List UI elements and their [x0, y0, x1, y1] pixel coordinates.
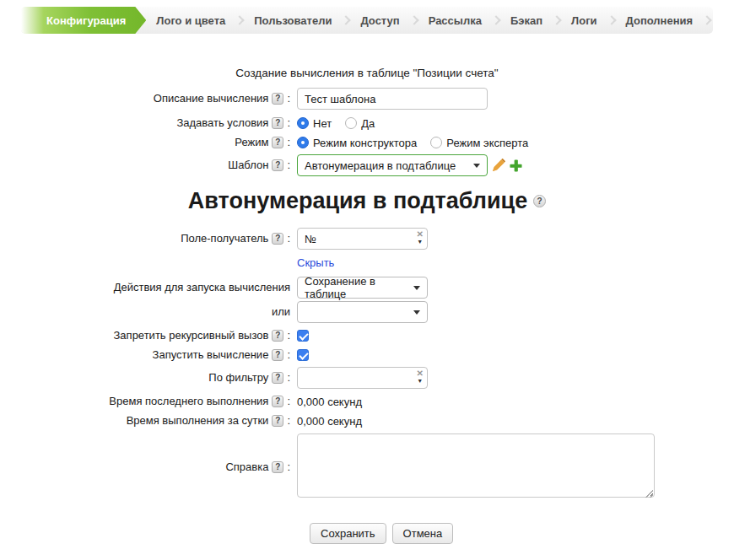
forbid-recursive-label-row: Запретить рекурсивный вызов ?: [0, 329, 297, 342]
target-field-label-row: Поле-получатель ?: [0, 232, 297, 245]
mode-expert-label: Режим эксперта [446, 137, 528, 149]
help-icon[interactable]: ? [272, 159, 283, 171]
help-icon[interactable]: ? [272, 349, 283, 361]
chevron-right-icon [702, 15, 711, 24]
template-select[interactable]: Автонумерация в подтаблице [297, 154, 488, 176]
tab-access[interactable]: Доступ [350, 7, 409, 34]
actions-label-row: Действия для запуска вычисления [0, 281, 297, 294]
description-label-row: Описание вычисления ?: [0, 92, 297, 105]
help-icon[interactable]: ? [272, 117, 283, 129]
tab-users[interactable]: Пользователи [244, 7, 342, 34]
help-textarea[interactable] [297, 433, 655, 498]
help-icon[interactable]: ? [272, 137, 283, 148]
help-icon[interactable]: ? [272, 233, 283, 245]
conditions-no-label: Нет [313, 117, 332, 130]
conditions-no-radio[interactable] [297, 117, 309, 129]
conditions-label: Задавать условия [176, 116, 268, 130]
target-field-input[interactable] [297, 228, 428, 250]
dropdown-arrow-icon [473, 164, 480, 168]
dropdown-arrow-icon [413, 286, 420, 290]
mode-expert-radio[interactable] [430, 137, 442, 148]
help-icon[interactable]: ? [533, 195, 546, 207]
hide-link[interactable]: Скрыть [297, 256, 334, 269]
conditions-label-row: Задавать условия ?: [0, 116, 297, 130]
template-heading: Автонумерация в подтаблице [188, 188, 527, 214]
or-label-row: или [0, 305, 297, 319]
forbid-recursive-label: Запретить рекурсивный вызов [114, 329, 269, 342]
help-icon[interactable]: ? [272, 330, 283, 342]
mode-constructor-label: Режим конструктора [313, 137, 417, 149]
help-label: Справка [225, 460, 268, 474]
forbid-recursive-checkbox[interactable] [297, 330, 309, 342]
action-select-1[interactable]: Сохранение в таблице [297, 277, 428, 299]
run-calc-label: Запустить вычисление [153, 348, 269, 362]
chevron-right-icon [491, 15, 500, 24]
help-icon[interactable]: ? [272, 93, 283, 105]
filter-label-row: По фильтру ?: [0, 371, 297, 385]
conditions-yes-radio[interactable] [345, 117, 357, 129]
run-calc-checkbox[interactable] [297, 349, 309, 361]
daily-exec-label: Время выполнения за сутки [127, 414, 269, 428]
last-exec-label-row: Время последнего выполнения ?: [0, 395, 297, 408]
tab-mailing[interactable]: Рассылка [418, 7, 492, 34]
help-icon[interactable]: ? [272, 396, 283, 407]
tab-backup[interactable]: Бэкап [500, 7, 553, 34]
chevron-right-icon [342, 15, 351, 24]
last-exec-label: Время последнего выполнения [109, 395, 268, 408]
mode-label: Режим [235, 136, 268, 149]
tab-logo-colors[interactable]: Лого и цвета [146, 7, 235, 34]
run-calc-label-row: Запустить вычисление ?: [0, 348, 297, 362]
or-label: или [272, 305, 290, 319]
template-label-row: Шаблон ?: [0, 159, 297, 172]
template-heading-row: Автонумерация в подтаблице ? [0, 188, 734, 214]
help-icon[interactable]: ? [272, 461, 283, 473]
add-plus-icon[interactable] [510, 159, 522, 172]
daily-exec-label-row: Время выполнения за сутки ?: [0, 414, 297, 428]
tab-addons[interactable]: Дополнения [616, 7, 704, 34]
chevron-right-icon [235, 15, 245, 24]
description-label: Описание вычисления [154, 92, 269, 105]
config-tab-bar: Конфигурация Лого и цвета Пользователи Д… [21, 7, 713, 34]
chevron-right-icon [552, 15, 561, 24]
filter-label: По фильтру [208, 371, 268, 385]
clear-x-icon[interactable]: ✕ [417, 230, 424, 238]
mode-constructor-radio[interactable] [297, 137, 309, 148]
tab-configuration[interactable]: Конфигурация [21, 7, 146, 34]
help-label-row: Справка ?: [0, 460, 297, 474]
last-exec-value: 0,000 секунд [297, 396, 362, 408]
filter-input[interactable] [297, 367, 428, 389]
chevron-right-icon [607, 15, 616, 24]
actions-label: Действия для запуска вычисления [114, 281, 290, 294]
help-icon[interactable]: ? [272, 372, 283, 384]
action-select-2[interactable] [297, 301, 428, 323]
dropdown-arrow-icon[interactable]: ▼ [417, 377, 423, 385]
help-icon[interactable]: ? [272, 415, 283, 427]
conditions-yes-label: Да [361, 117, 375, 130]
mode-label-row: Режим ?: [0, 136, 297, 149]
cancel-button[interactable]: Отмена [392, 523, 454, 544]
save-button[interactable]: Сохранить [310, 523, 386, 544]
dropdown-arrow-icon [413, 310, 420, 315]
chevron-right-icon [409, 15, 418, 24]
daily-exec-value: 0,000 секунд [297, 415, 362, 428]
description-input[interactable] [297, 88, 488, 110]
edit-pencil-icon[interactable] [492, 159, 505, 172]
action-select-1-value: Сохранение в таблице [305, 275, 408, 300]
clear-x-icon[interactable]: ✕ [417, 369, 424, 377]
template-label: Шаблон [228, 159, 268, 172]
template-select-value: Автонумерация в подтаблице [305, 159, 456, 172]
target-field-label: Поле-получатель [181, 232, 268, 245]
page-title: Создание вычисления в таблице "Позиции с… [0, 67, 734, 79]
dropdown-arrow-icon[interactable]: ▼ [417, 238, 423, 245]
tab-logs[interactable]: Логи [561, 7, 607, 34]
